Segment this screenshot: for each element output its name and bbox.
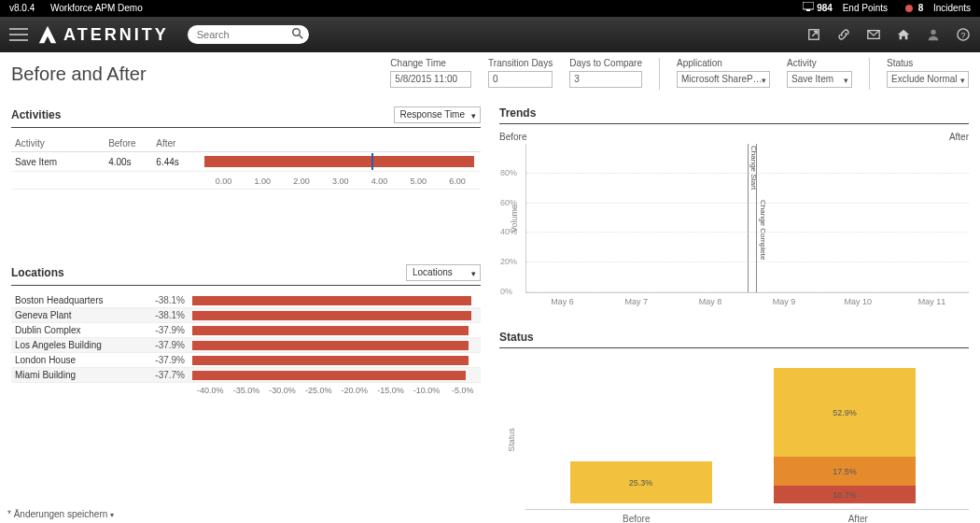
brand-text: ATERNITY [63, 25, 169, 45]
table-row[interactable]: Los Angeles Building-37.9% [11, 338, 481, 353]
svg-line-4 [299, 35, 302, 39]
location-bar [192, 371, 466, 380]
svg-point-7 [931, 30, 935, 35]
trends-chart[interactable]: Volume 0% 20% 40% 60% 80% [525, 144, 969, 293]
col-activity[interactable]: Activity [11, 135, 105, 152]
application-select[interactable]: Microsoft ShareP… [677, 71, 770, 88]
filter-days-to-compare: Days to Compare 3 [569, 58, 642, 90]
change-complete-label: Change Complete [759, 200, 767, 260]
export-icon[interactable] [806, 27, 821, 42]
separator [659, 58, 660, 90]
table-row[interactable]: Save Item 4.00s 6.44s [11, 152, 481, 172]
location-name: Geneva Plant [11, 308, 142, 323]
filter-label: Activity [787, 58, 852, 68]
menu-button[interactable] [9, 28, 28, 41]
table-row[interactable]: Dublin Complex-37.9% [11, 323, 481, 338]
svg-point-3 [292, 29, 300, 36]
status-after-orange: 17.5% [774, 467, 916, 476]
filter-label: Status [887, 58, 969, 68]
main-nav: ATERNITY ? [0, 17, 980, 52]
incidents-label: Incidents [933, 3, 971, 13]
activities-axis: 0.001.002.003.004.005.006.00 [204, 177, 477, 186]
locations-title: Locations [11, 266, 64, 279]
filter-activity: Activity Save Item [787, 58, 852, 90]
very-top-bar: v8.0.4 Workforce APM Demo 984 End Points… [0, 0, 980, 17]
table-row[interactable]: Geneva Plant-38.1% [11, 308, 481, 323]
filter-status: Status Exclude Normal [887, 58, 969, 90]
status-before-yellow: 25.3% [570, 478, 712, 488]
location-pct: -37.7% [142, 368, 189, 383]
locations-section: Locations Locations Boston Headquarters-… [11, 264, 481, 395]
locations-select[interactable]: Locations [406, 264, 481, 281]
footer-save-changes[interactable]: * Änderungen speichern [7, 509, 114, 519]
trends-xaxis: May 6May 7May 8May 9May 10May 11 [525, 297, 969, 306]
status-after-yellow: 52.9% [774, 408, 916, 417]
svg-rect-0 [803, 2, 814, 9]
filter-application: Application Microsoft ShareP… [677, 58, 770, 90]
location-name: Los Angeles Building [11, 338, 142, 353]
alert-icon [905, 5, 913, 12]
endpoints-count: 984 [817, 3, 833, 13]
activity-name: Save Item [11, 152, 105, 172]
location-pct: -37.9% [142, 338, 189, 353]
location-name: Dublin Complex [11, 323, 142, 338]
status-chart[interactable]: Status 25.3% 52.9% 17.5% 10.7% Before Af… [525, 356, 969, 523]
search-box[interactable] [188, 25, 309, 44]
change-start-line [748, 144, 749, 292]
link-icon[interactable] [836, 27, 851, 42]
activities-title: Activities [11, 108, 61, 121]
search-icon[interactable] [292, 28, 303, 41]
table-row[interactable]: London House-37.9% [11, 353, 481, 368]
separator [869, 58, 870, 90]
table-row[interactable]: Boston Headquarters-38.1% [11, 293, 481, 308]
col-after[interactable]: After [152, 135, 200, 152]
location-bar [192, 341, 469, 350]
monitor-icon [803, 2, 814, 11]
status-title: Status [499, 331, 534, 344]
status-select[interactable]: Exclude Normal [887, 71, 969, 88]
filter-change-time: Change Time 5/8/2015 11:00 [390, 58, 471, 90]
home-icon[interactable] [896, 27, 911, 42]
location-name: London House [11, 353, 142, 368]
location-pct: -38.1% [142, 293, 189, 308]
brand-logo[interactable]: ATERNITY [37, 24, 169, 45]
status-x-after: After [748, 510, 970, 523]
status-section: Status Status 25.3% 52.9% 17.5% 10.7% Be… [499, 331, 969, 523]
activity-bar [204, 155, 477, 168]
status-x-before: Before [525, 510, 748, 523]
location-bar [192, 311, 471, 320]
activity-before: 4.00s [105, 152, 152, 172]
tenant-label: Workforce APM Demo [50, 3, 143, 13]
trends-before-label: Before [499, 132, 949, 142]
filter-label: Application [677, 58, 770, 68]
mail-icon[interactable] [866, 27, 881, 42]
activities-metric-select[interactable]: Response Time [394, 106, 481, 123]
help-icon[interactable]: ? [956, 27, 971, 42]
table-row[interactable]: Miami Building-37.7% [11, 368, 481, 383]
svg-marker-2 [39, 26, 56, 43]
page-title: Before and After [11, 58, 147, 85]
col-before[interactable]: Before [105, 135, 152, 152]
endpoints-indicator[interactable]: 984 End Points [803, 3, 889, 13]
version-label: v8.0.4 [9, 3, 35, 13]
search-input[interactable] [188, 25, 309, 44]
days-to-compare-input[interactable]: 3 [569, 71, 642, 88]
status-after-red: 10.7% [774, 490, 916, 500]
incidents-count: 8 [918, 3, 924, 13]
transition-days-input[interactable]: 0 [488, 71, 553, 88]
user-icon[interactable] [926, 27, 941, 42]
activities-table: Activity Before After Save Item 4.00s 6.… [11, 135, 481, 190]
status-ylabel: Status [507, 428, 516, 452]
svg-text:?: ? [961, 31, 966, 40]
filter-label: Transition Days [488, 58, 553, 68]
trends-after-label: After [949, 132, 969, 142]
activity-select[interactable]: Save Item [787, 71, 852, 88]
status-xaxis: Before After [525, 509, 969, 523]
trends-title: Trends [499, 106, 536, 120]
incidents-indicator[interactable]: 8 Incidents [898, 3, 971, 13]
status-bar-after: 52.9% 17.5% 10.7% [774, 368, 916, 503]
location-pct: -37.9% [142, 353, 189, 368]
location-name: Miami Building [11, 368, 142, 383]
filter-label: Days to Compare [569, 58, 642, 68]
change-time-input[interactable]: 5/8/2015 11:00 [390, 71, 471, 88]
